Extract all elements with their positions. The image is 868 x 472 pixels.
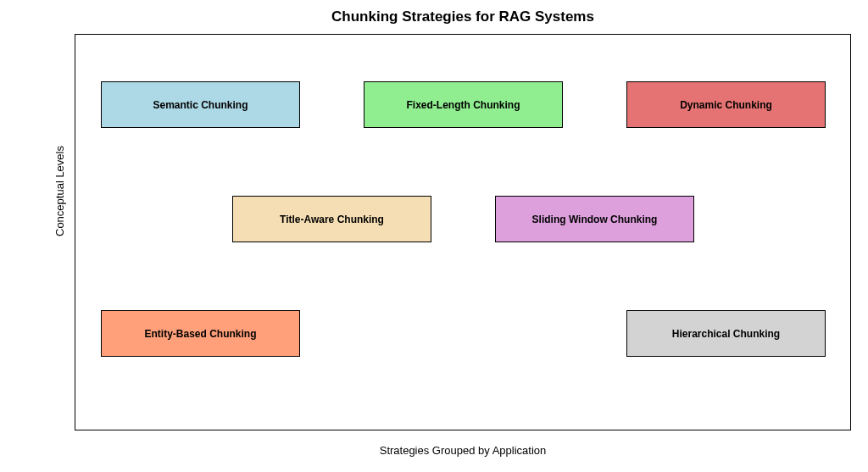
box-title-aware-chunking: Title-Aware Chunking bbox=[232, 196, 431, 242]
y-axis-label: Conceptual Levels bbox=[53, 146, 66, 236]
box-semantic-chunking: Semantic Chunking bbox=[101, 81, 300, 128]
x-axis-label: Strategies Grouped by Application bbox=[380, 444, 547, 457]
box-dynamic-chunking: Dynamic Chunking bbox=[626, 81, 826, 128]
box-entity-based-chunking: Entity-Based Chunking bbox=[101, 310, 300, 357]
diagram-container: Chunking Strategies for RAG Systems Sema… bbox=[75, 8, 851, 438]
chart-title: Chunking Strategies for RAG Systems bbox=[75, 8, 851, 25]
box-hierarchical-chunking: Hierarchical Chunking bbox=[626, 310, 826, 357]
box-sliding-window-chunking: Sliding Window Chunking bbox=[495, 196, 694, 242]
box-fixed-length-chunking: Fixed-Length Chunking bbox=[364, 81, 563, 128]
chart-area: Semantic Chunking Fixed-Length Chunking … bbox=[75, 34, 851, 430]
